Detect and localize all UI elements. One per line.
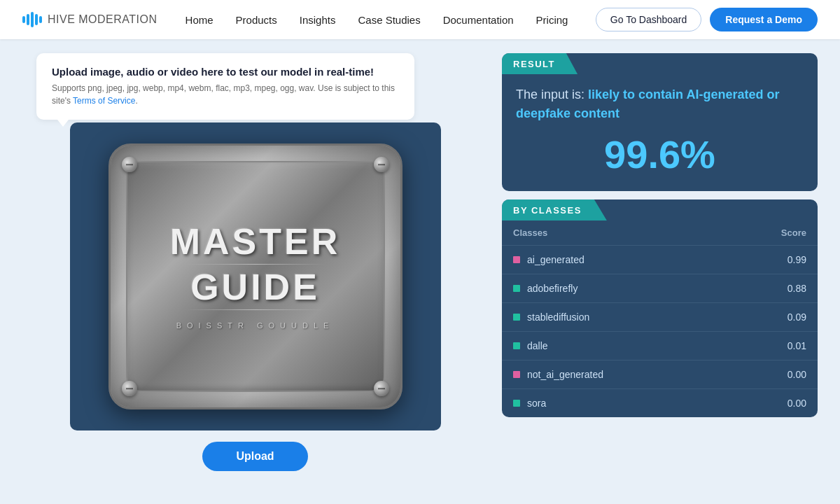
class-name-cell-3: dalle: [502, 332, 724, 360]
result-percentage: 99.6%: [516, 132, 804, 177]
upload-button-wrap: Upload: [22, 442, 488, 471]
classes-table-body: ai_generated 0.99 adobefirefly 0.88 stab…: [502, 246, 818, 418]
nav-link-documentation[interactable]: Documentation: [443, 14, 514, 26]
nav-link-insights[interactable]: Insights: [300, 14, 336, 26]
table-row: ai_generated 0.99: [502, 246, 818, 274]
upload-tooltip-title: Upload image, audio or video here to tes…: [52, 66, 399, 78]
logo-bar-3: [31, 12, 34, 27]
class-name-cell-2: stablediffusion: [502, 303, 724, 332]
class-score-2: 0.09: [724, 303, 818, 332]
classes-card: BY CLASSES Classes Score ai_generated: [502, 200, 818, 417]
logo-text: HIVE MODERATION: [48, 13, 158, 26]
logo-bar-2: [27, 14, 29, 25]
nav-link-home[interactable]: Home: [186, 14, 214, 26]
class-score-4: 0.00: [724, 360, 818, 389]
screw-bottom-right: [374, 381, 389, 396]
upload-button[interactable]: Upload: [202, 442, 307, 471]
terms-of-service-link[interactable]: Terms of Service: [73, 96, 135, 106]
class-name-3: dalle: [527, 340, 548, 351]
class-name-cell-5: sora: [502, 389, 724, 418]
class-dot-1: [513, 285, 520, 292]
nav-links: Home Products Insights Case Studies Docu…: [186, 14, 596, 26]
logo-bar-4: [35, 14, 38, 25]
table-row: sora 0.00: [502, 389, 818, 418]
col-header-score: Score: [724, 220, 818, 246]
badge-line-top: [186, 264, 326, 265]
logo-bar-5: [39, 16, 42, 23]
class-name-5: sora: [527, 398, 546, 409]
nav-actions: Go To Dashboard Request a Demo: [596, 8, 818, 31]
col-header-classes: Classes: [502, 220, 724, 246]
uploaded-image: MASTER GUIDE BOISSTR GOUUDLE: [108, 144, 402, 410]
screw-top-left: [122, 157, 137, 172]
badge-inner: MASTER GUIDE BOISSTR GOUUDLE: [126, 161, 385, 392]
nav-link-products[interactable]: Products: [236, 14, 277, 26]
class-dot-4: [513, 371, 520, 378]
request-demo-button[interactable]: Request a Demo: [710, 8, 818, 31]
upload-tooltip-sub: Supports png, jpeg, jpg, webp, mp4, webm…: [52, 82, 399, 107]
class-name-cell-0: ai_generated: [502, 246, 724, 274]
nav-link-case-studies[interactable]: Case Studies: [358, 14, 420, 26]
class-name-cell-4: not_ai_generated: [502, 360, 724, 389]
go-to-dashboard-button[interactable]: Go To Dashboard: [596, 8, 701, 31]
classes-table-header-row: Classes Score: [502, 220, 818, 246]
table-row: stablediffusion 0.09: [502, 303, 818, 332]
left-panel: Upload image, audio or video here to tes…: [22, 53, 488, 471]
classes-header-text: BY CLASSES: [513, 205, 582, 216]
class-dot-0: [513, 256, 520, 263]
class-dot-5: [513, 400, 520, 407]
main-content: Upload image, audio or video here to tes…: [0, 39, 840, 485]
class-score-3: 0.01: [724, 332, 818, 360]
table-row: adobefirefly 0.88: [502, 274, 818, 303]
class-name-2: stablediffusion: [527, 312, 589, 323]
logo-icon: [22, 12, 42, 27]
result-sentence: The input is: likely to contain AI-gener…: [516, 85, 804, 123]
image-display-area: MASTER GUIDE BOISSTR GOUUDLE: [70, 122, 441, 430]
class-dot-2: [513, 314, 520, 321]
class-score-1: 0.88: [724, 274, 818, 303]
class-dot-3: [513, 342, 520, 349]
screw-bottom-left: [122, 381, 137, 396]
result-body: The input is: likely to contain AI-gener…: [502, 74, 818, 191]
result-header-text: RESULT: [513, 59, 555, 69]
right-panel: RESULT The input is: likely to contain A…: [502, 53, 818, 417]
logo: HIVE MODERATION: [22, 12, 158, 27]
badge-subtitle: BOISSTR GOUUDLE: [176, 321, 335, 330]
classes-table: Classes Score ai_generated 0.99 adobefir…: [502, 220, 818, 417]
classes-table-head: Classes Score: [502, 220, 818, 246]
classes-table-wrap[interactable]: Classes Score ai_generated 0.99 adobefir…: [502, 220, 818, 417]
classes-header-bar: BY CLASSES: [502, 200, 818, 220]
result-header-bar: RESULT: [502, 53, 818, 74]
class-score-5: 0.00: [724, 389, 818, 418]
table-row: not_ai_generated 0.00: [502, 360, 818, 389]
class-score-0: 0.99: [724, 246, 818, 274]
class-name-0: ai_generated: [527, 254, 584, 265]
screw-top-right: [374, 157, 389, 172]
class-name-1: adobefirefly: [527, 283, 578, 294]
table-row: dalle 0.01: [502, 332, 818, 360]
logo-bar-1: [22, 16, 25, 23]
upload-tooltip: Upload image, audio or video here to tes…: [36, 53, 414, 120]
badge-text-master: MASTER: [170, 223, 341, 260]
result-header: RESULT: [502, 53, 578, 74]
class-name-4: not_ai_generated: [527, 369, 603, 380]
nav-link-pricing[interactable]: Pricing: [536, 14, 568, 26]
result-card: RESULT The input is: likely to contain A…: [502, 53, 818, 191]
classes-header: BY CLASSES: [502, 200, 607, 220]
navigation: HIVE MODERATION Home Products Insights C…: [0, 0, 840, 39]
badge-text-guide: GUIDE: [190, 269, 320, 305]
class-name-cell-1: adobefirefly: [502, 274, 724, 303]
badge-line-bottom: [186, 309, 326, 310]
